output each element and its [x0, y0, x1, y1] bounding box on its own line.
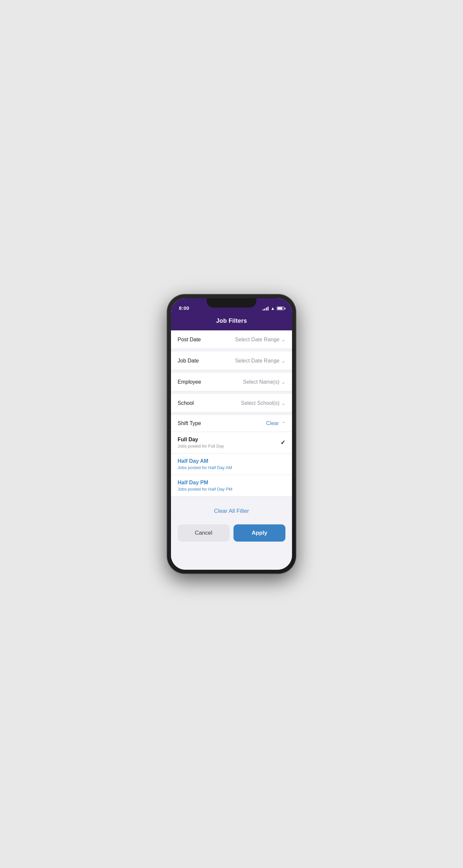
employee-row[interactable]: Employee Select Name(s) ⌄: [171, 373, 292, 391]
shift-type-controls: Clear ⌄: [266, 421, 286, 426]
school-row[interactable]: School Select School(s) ⌄: [171, 394, 292, 412]
employee-label: Employee: [177, 379, 201, 385]
separator-2: [171, 370, 292, 373]
half-am-option[interactable]: Half Day AM Jobs posted for Half Day AM: [171, 454, 292, 475]
shift-type-clear[interactable]: Clear: [266, 421, 279, 426]
half-pm-title: Half Day PM: [177, 480, 232, 486]
employee-value[interactable]: Select Name(s) ⌄: [243, 379, 286, 385]
cancel-button[interactable]: Cancel: [177, 524, 230, 541]
post-date-row[interactable]: Post Date Select Date Range ⌄: [171, 330, 292, 349]
post-date-value-text: Select Date Range: [235, 337, 279, 343]
shift-type-label: Shift Type: [177, 421, 201, 426]
separator-1: [171, 349, 292, 351]
separator-3: [171, 391, 292, 394]
school-value-text: Select School(s): [241, 400, 280, 406]
bottom-section: Clear All Filter Cancel Apply: [171, 497, 292, 552]
notch: [207, 298, 256, 308]
phone-screen: 8:00 ▲ Job Filters Post Date: [171, 298, 292, 570]
half-am-desc: Jobs posted for Half Day AM: [177, 465, 232, 470]
school-chevron: ⌄: [282, 401, 286, 406]
full-day-checkmark: ✓: [280, 439, 286, 446]
filter-section: Post Date Select Date Range ⌄ Job Date S…: [171, 330, 292, 497]
job-date-label: Job Date: [177, 358, 199, 364]
half-pm-header: Half Day PM Jobs posted for Half Day PM: [177, 480, 286, 492]
half-am-title: Half Day AM: [177, 458, 232, 464]
post-date-label: Post Date: [177, 337, 201, 343]
full-day-desc: Jobs posted for Full Day: [177, 443, 224, 448]
job-date-chevron: ⌄: [282, 358, 286, 364]
apply-button[interactable]: Apply: [233, 524, 286, 541]
school-value[interactable]: Select School(s) ⌄: [241, 400, 286, 406]
separator-4: [171, 412, 292, 415]
full-day-header: Full Day Jobs posted for Full Day ✓: [177, 437, 286, 448]
shift-type-header[interactable]: Shift Type Clear ⌄: [171, 415, 292, 432]
half-pm-text-group: Half Day PM Jobs posted for Half Day PM: [177, 480, 232, 492]
battery-icon: [277, 307, 284, 310]
half-pm-option[interactable]: Half Day PM Jobs posted for Half Day PM: [171, 475, 292, 497]
half-am-header: Half Day AM Jobs posted for Half Day AM: [177, 458, 286, 470]
page-title: Job Filters: [216, 317, 247, 324]
post-date-value[interactable]: Select Date Range ⌄: [235, 337, 286, 343]
half-am-text-group: Half Day AM Jobs posted for Half Day AM: [177, 458, 232, 470]
full-day-title: Full Day: [177, 437, 224, 443]
job-date-value[interactable]: Select Date Range ⌄: [235, 358, 286, 364]
employee-chevron: ⌄: [282, 379, 286, 385]
employee-value-text: Select Name(s): [243, 379, 279, 385]
wifi-icon: ▲: [270, 306, 275, 311]
page-header: Job Filters: [171, 313, 292, 330]
full-day-text-group: Full Day Jobs posted for Full Day: [177, 437, 224, 448]
half-pm-desc: Jobs posted for Half Day PM: [177, 487, 232, 492]
status-time: 8:00: [179, 305, 189, 311]
post-date-chevron: ⌄: [282, 337, 286, 342]
signal-icon: [263, 307, 269, 311]
full-day-option[interactable]: Full Day Jobs posted for Full Day ✓: [171, 432, 292, 454]
content-area[interactable]: Post Date Select Date Range ⌄ Job Date S…: [171, 330, 292, 570]
job-date-value-text: Select Date Range: [235, 358, 279, 364]
status-icons: ▲: [263, 306, 284, 311]
school-label: School: [177, 400, 194, 406]
clear-all-button[interactable]: Clear All Filter: [177, 503, 286, 519]
phone-frame: 8:00 ▲ Job Filters Post Date: [167, 294, 296, 574]
shift-type-chevron: ⌄: [282, 421, 286, 426]
job-date-row[interactable]: Job Date Select Date Range ⌄: [171, 351, 292, 370]
action-buttons: Cancel Apply: [177, 524, 286, 541]
